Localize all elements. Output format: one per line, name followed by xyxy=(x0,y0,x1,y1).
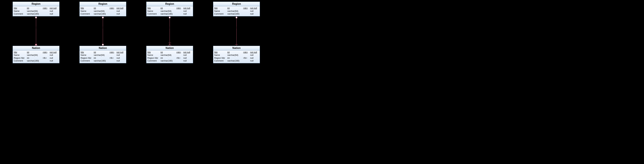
col-key: <pk> xyxy=(243,7,250,10)
col-name: Comment xyxy=(14,59,27,62)
entity-nation: Nation Nbr int <pk> not null Name varcha… xyxy=(12,46,60,63)
col-type: int xyxy=(227,7,243,10)
col-null: not null xyxy=(250,7,259,10)
col-type: varchar(160) xyxy=(27,59,42,62)
entity-nation: Nation Nbr int <pk> not null Name varcha… xyxy=(146,46,193,63)
col-key: <pk> xyxy=(243,51,250,54)
col-key: <pk> xyxy=(110,7,116,10)
svg-line-13 xyxy=(170,44,171,46)
nation-col-row: Nbr int <pk> not null xyxy=(14,51,58,54)
nation-col-row: Comment varchar(160) null xyxy=(80,59,125,62)
entity-nation-columns: Nbr int <pk> not null Name varchar(64) n… xyxy=(80,50,126,63)
svg-point-16 xyxy=(236,17,237,18)
entity-region: Region Nbr int <pk> not null Name varcha… xyxy=(146,2,193,16)
col-type: varchar(64) xyxy=(94,10,110,12)
col-null: not null xyxy=(116,51,125,54)
region-col-row: Comment varchar(160) null xyxy=(214,12,259,15)
col-null: null xyxy=(183,54,192,57)
col-name: Name xyxy=(214,10,227,12)
col-type: int xyxy=(227,51,243,54)
col-type: int xyxy=(160,57,176,59)
col-type: varchar(160) xyxy=(227,59,243,62)
col-name: Comment xyxy=(148,12,160,15)
svg-point-10 xyxy=(169,17,170,18)
erd-diagram: Region Nbr int <pk> not null Name varcha… xyxy=(79,2,126,63)
nation-col-row: Nbr int <pk> not null xyxy=(80,51,125,54)
col-name: Comment xyxy=(214,59,227,62)
col-type: int xyxy=(27,7,42,10)
nation-col-row: Region Nbr int <fk> null xyxy=(80,57,125,59)
nation-col-row: Name varchar(64) null xyxy=(148,54,192,57)
col-type: varchar(64) xyxy=(160,10,176,12)
region-col-row: Comment varchar(160) null xyxy=(14,12,58,15)
col-key: <pk> xyxy=(176,7,183,10)
svg-point-1 xyxy=(35,17,37,18)
col-key: <pk> xyxy=(42,51,50,54)
region-col-row: Name varchar(64) null xyxy=(148,10,192,12)
col-null: null xyxy=(183,10,192,12)
svg-point-7 xyxy=(102,17,104,18)
nation-col-row: Name varchar(64) null xyxy=(14,54,58,57)
col-name: Comment xyxy=(214,12,227,15)
col-name: Region Nbr xyxy=(80,57,94,59)
col-key: <pk> xyxy=(42,7,50,10)
col-key: <fk> xyxy=(243,57,250,59)
relationship-line xyxy=(33,16,39,46)
entity-region-columns: Nbr int <pk> not null Name varchar(64) n… xyxy=(146,6,193,16)
col-null: null xyxy=(116,12,125,15)
relationship-line xyxy=(233,16,240,46)
col-name: Region Nbr xyxy=(14,57,27,59)
region-col-row: Nbr int <pk> not null xyxy=(80,7,125,10)
region-col-row: Name varchar(64) null xyxy=(14,10,58,12)
erd-diagram: Region Nbr int <pk> not null Name varcha… xyxy=(213,2,260,63)
col-null: not null xyxy=(116,7,125,10)
col-type: int xyxy=(160,7,176,10)
col-name: Region Nbr xyxy=(214,57,227,59)
entity-region: Region Nbr int <pk> not null Name varcha… xyxy=(213,2,260,16)
entity-nation-columns: Nbr int <pk> not null Name varchar(64) n… xyxy=(213,50,260,63)
col-name: Nbr xyxy=(214,7,227,10)
col-name: Nbr xyxy=(14,51,27,54)
col-null: null xyxy=(116,54,125,57)
nation-col-row: Comment varchar(160) null xyxy=(14,59,58,62)
col-null: null xyxy=(183,59,192,62)
col-name: Nbr xyxy=(148,51,160,54)
col-null: null xyxy=(250,10,259,12)
col-null: null xyxy=(250,57,259,59)
col-type: int xyxy=(94,51,110,54)
col-null: null xyxy=(116,59,125,62)
col-null: null xyxy=(50,59,58,62)
col-key: <pk> xyxy=(110,51,116,54)
entity-region-columns: Nbr int <pk> not null Name varchar(64) n… xyxy=(13,6,59,16)
region-col-row: Comment varchar(160) null xyxy=(148,12,192,15)
entity-region-title: Region xyxy=(13,2,59,6)
col-null: not null xyxy=(250,51,259,54)
col-key: <pk> xyxy=(176,51,183,54)
col-null: null xyxy=(250,54,259,57)
nation-col-row: Name varchar(64) null xyxy=(214,54,259,57)
col-type: int xyxy=(27,57,42,59)
col-null: null xyxy=(50,54,58,57)
region-col-row: Name varchar(64) null xyxy=(80,10,125,12)
entity-nation: Nation Nbr int <pk> not null Name varcha… xyxy=(213,46,260,63)
nation-col-row: Region Nbr int <fk> null xyxy=(14,57,58,59)
col-null: null xyxy=(116,10,125,12)
entity-region-columns: Nbr int <pk> not null Name varchar(64) n… xyxy=(213,6,260,16)
col-type: varchar(160) xyxy=(160,59,176,62)
col-null: null xyxy=(50,10,58,12)
entity-nation-title: Nation xyxy=(213,46,260,50)
col-type: varchar(160) xyxy=(94,12,110,15)
erd-diagram: Region Nbr int <pk> not null Name varcha… xyxy=(12,2,60,63)
erd-diagram: Region Nbr int <pk> not null Name varcha… xyxy=(146,2,194,63)
entity-nation-title: Nation xyxy=(80,46,126,50)
col-name: Name xyxy=(80,10,94,12)
col-null: null xyxy=(183,57,192,59)
col-type: int xyxy=(227,57,243,59)
col-type: varchar(160) xyxy=(160,12,176,15)
entity-region-title: Region xyxy=(213,2,260,6)
col-name: Nbr xyxy=(148,7,160,10)
entity-nation-title: Nation xyxy=(13,46,59,50)
entity-nation: Nation Nbr int <pk> not null Name varcha… xyxy=(80,46,126,63)
col-type: varchar(64) xyxy=(227,10,243,12)
relationship: nation belongs to a region xyxy=(79,16,126,46)
